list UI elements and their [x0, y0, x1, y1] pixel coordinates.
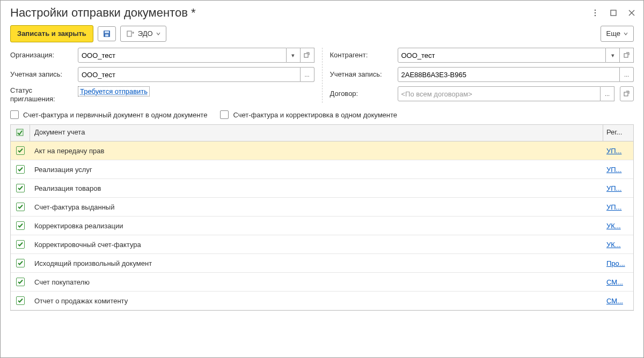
edo-label: ЭДО	[138, 29, 153, 39]
svg-rect-3	[611, 10, 616, 16]
row-check-cell	[11, 184, 30, 192]
contract-input[interactable]	[398, 86, 601, 101]
row-check-cell	[11, 146, 30, 155]
chevron-down-icon	[156, 32, 160, 36]
svg-rect-12	[624, 92, 628, 96]
floppy-icon	[103, 29, 111, 38]
row-reg-cell: УП...	[603, 147, 633, 155]
table-row[interactable]: Корректировочный счет-фактураУК...	[11, 235, 633, 254]
status-link[interactable]: Требуется отправить	[78, 86, 150, 96]
save-and-close-button[interactable]: Записать и закрыть	[10, 25, 93, 42]
window: Настройки отправки документов * Записать…	[0, 0, 644, 358]
row-reg-cell: УК...	[603, 241, 633, 249]
row-doc-name: Счет покупателю	[30, 278, 603, 286]
account2-label: Учетная запись:	[330, 70, 394, 79]
row-check-cell	[11, 165, 30, 174]
row-doc-name: Корректировка реализации	[30, 222, 603, 230]
open-button[interactable]	[301, 48, 314, 63]
row-checkbox[interactable]	[16, 165, 25, 174]
row-reg-link[interactable]: УК...	[606, 222, 621, 230]
row-reg-link[interactable]: Про...	[606, 259, 625, 267]
open-button[interactable]	[620, 86, 634, 101]
contract-label: Договор:	[330, 89, 394, 98]
row-checkbox[interactable]	[16, 259, 25, 267]
edo-icon	[126, 29, 135, 38]
org-input[interactable]	[78, 48, 287, 63]
row-check-cell	[11, 221, 30, 230]
row-reg-cell: УП...	[603, 184, 633, 192]
counterparty-input[interactable]	[398, 48, 606, 63]
table-row[interactable]: Счет-фактура выданныйУП...	[11, 198, 633, 217]
svg-rect-8	[105, 34, 108, 36]
row-reg-link[interactable]: УП...	[606, 147, 621, 155]
svg-point-1	[595, 12, 596, 14]
row-doc-name: Исходящий произвольный документ	[30, 259, 603, 267]
open-button[interactable]	[620, 48, 634, 63]
table-row[interactable]: Исходящий произвольный документПро...	[11, 254, 633, 273]
table-row[interactable]: Реализация товаровУП...	[11, 179, 633, 198]
row-doc-name: Счет-фактура выданный	[30, 203, 603, 211]
row-doc-name: Реализация товаров	[30, 184, 603, 192]
row-check-cell	[11, 296, 30, 305]
toolbar: Записать и закрыть ЭДО Еще	[1, 23, 643, 48]
row-reg-cell: УП...	[603, 166, 633, 174]
row-reg-link[interactable]: СМ...	[606, 297, 623, 305]
row-doc-name: Отчет о продажах комитенту	[30, 297, 603, 305]
svg-rect-10	[304, 54, 308, 57]
open-icon	[304, 52, 310, 58]
header-reg[interactable]: Рег...	[603, 125, 633, 141]
row-checkbox[interactable]	[16, 278, 25, 286]
row-reg-link[interactable]: УП...	[606, 184, 621, 192]
table-row[interactable]: Реализация услугУП...	[11, 160, 633, 179]
row-checkbox[interactable]	[16, 296, 25, 305]
table-row[interactable]: Акт на передачу правУП...	[11, 141, 633, 160]
svg-point-2	[595, 15, 596, 17]
table-header: Документ учета Рег...	[11, 125, 633, 141]
row-checkbox[interactable]	[16, 203, 25, 211]
row-checkbox[interactable]	[16, 184, 25, 192]
account2-input[interactable]	[398, 67, 620, 82]
row-check-cell	[11, 203, 30, 211]
counterparty-label: Контрагент:	[330, 51, 394, 59]
table-row[interactable]: Корректировка реализацииУК...	[11, 217, 633, 235]
checkbox-correction-one-doc-label: Счет-фактура и корректировка в одном док…	[233, 111, 397, 119]
row-reg-cell: УП...	[603, 203, 633, 211]
form-left-column: Организация: ▾ Учетная запись: ... Стату…	[10, 48, 323, 103]
table-row[interactable]: Счет покупателюСМ...	[11, 273, 633, 292]
row-reg-cell: СМ...	[603, 278, 633, 286]
table-body: Акт на передачу правУП...Реализация услу…	[11, 141, 633, 310]
row-reg-link[interactable]: СМ...	[606, 278, 623, 286]
save-button[interactable]	[98, 26, 116, 41]
ellipsis-button[interactable]: ...	[601, 86, 614, 101]
ellipsis-button[interactable]: ...	[620, 67, 634, 82]
ellipsis-button[interactable]: ...	[301, 67, 314, 82]
header-doc[interactable]: Документ учета	[30, 125, 603, 141]
close-icon[interactable]	[627, 9, 636, 17]
row-reg-link[interactable]: УП...	[606, 203, 621, 211]
more-button[interactable]: Еще	[601, 26, 634, 42]
chevron-down-icon	[624, 32, 628, 36]
row-checkbox[interactable]	[16, 240, 25, 249]
row-reg-link[interactable]: УК...	[606, 241, 621, 249]
checkbox-correction-one-doc[interactable]	[220, 110, 229, 119]
checkbox-row: Счет-фактура и первичный документ в одно…	[1, 107, 643, 124]
svg-rect-11	[624, 54, 628, 57]
row-checkbox[interactable]	[16, 221, 25, 230]
maximize-icon[interactable]	[609, 9, 618, 17]
row-checkbox[interactable]	[16, 146, 25, 155]
dropdown-button[interactable]: ▾	[606, 48, 620, 63]
edo-button[interactable]: ЭДО	[120, 26, 166, 42]
kebab-icon[interactable]	[591, 9, 599, 17]
status-label: Статус приглашения:	[10, 86, 75, 103]
form-right-column: Контрагент: ▾ Учетная запись: ... Догово…	[323, 48, 634, 103]
checkbox-one-doc[interactable]	[10, 110, 19, 119]
table-row[interactable]: Отчет о продажах комитентуСМ...	[11, 292, 633, 310]
row-doc-name: Корректировочный счет-фактура	[30, 241, 603, 249]
dropdown-button[interactable]: ▾	[287, 48, 301, 63]
check-all-icon	[16, 128, 25, 138]
account-label: Учетная запись:	[10, 70, 75, 79]
row-reg-link[interactable]: УП...	[606, 166, 621, 174]
header-check[interactable]	[11, 125, 30, 141]
account-input[interactable]	[78, 67, 301, 82]
svg-point-0	[595, 10, 596, 11]
